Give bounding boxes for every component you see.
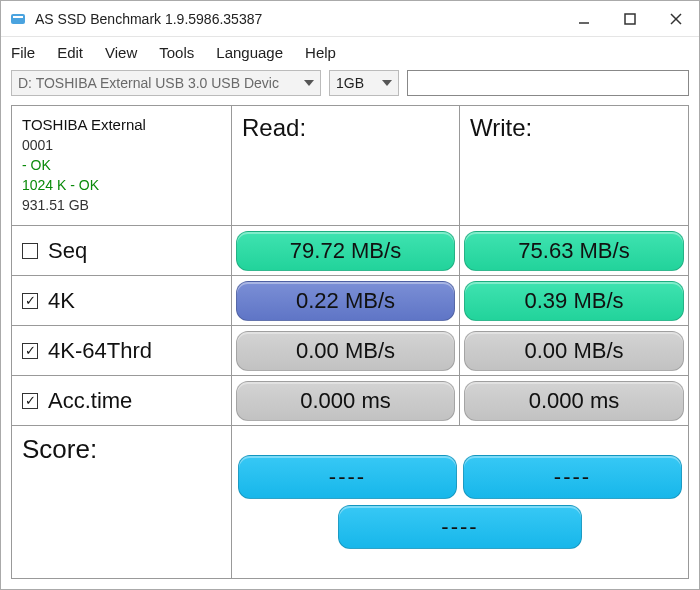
drive-select-value: D: TOSHIBA External USB 3.0 USB Devic — [18, 75, 279, 91]
titlebar: AS SSD Benchmark 1.9.5986.35387 — [1, 1, 699, 37]
device-name: TOSHIBA External — [22, 116, 146, 133]
maximize-button[interactable] — [607, 1, 653, 37]
score-label: Score: — [12, 426, 232, 578]
row-4k-label-cell: ✓ 4K — [12, 276, 232, 326]
close-button[interactable] — [653, 1, 699, 37]
toolbar: D: TOSHIBA External USB 3.0 USB Devic 1G… — [1, 67, 699, 101]
thrd-read-cell: 0.00 MB/s — [232, 326, 460, 376]
seq-label: Seq — [48, 238, 87, 264]
acc-read-value: 0.000 ms — [236, 381, 455, 421]
device-info: TOSHIBA External 0001 - OK 1024 K - OK 9… — [12, 106, 232, 226]
thrd-read-value: 0.00 MB/s — [236, 331, 455, 371]
toolbar-text-input[interactable] — [407, 70, 689, 96]
drive-select[interactable]: D: TOSHIBA External USB 3.0 USB Devic — [11, 70, 321, 96]
svg-rect-3 — [625, 14, 635, 24]
score-read: ---- — [238, 455, 457, 499]
menu-language[interactable]: Language — [216, 44, 283, 61]
menubar: File Edit View Tools Language Help — [1, 37, 699, 67]
size-select-value: 1GB — [336, 75, 364, 91]
acc-write-value: 0.000 ms — [464, 381, 684, 421]
header-write: Write: — [460, 106, 688, 226]
svg-rect-0 — [11, 14, 25, 24]
device-status: - OK — [22, 157, 51, 173]
size-select[interactable]: 1GB — [329, 70, 399, 96]
acc-write-cell: 0.000 ms — [460, 376, 688, 426]
fourk-write-cell: 0.39 MB/s — [460, 276, 688, 326]
device-capacity: 931.51 GB — [22, 197, 89, 213]
fourk-checkbox[interactable]: ✓ — [22, 293, 38, 309]
thrd-write-cell: 0.00 MB/s — [460, 326, 688, 376]
window-title: AS SSD Benchmark 1.9.5986.35387 — [35, 11, 262, 27]
seq-write-cell: 75.63 MB/s — [460, 226, 688, 276]
device-firmware: 0001 — [22, 137, 53, 153]
score-total: ---- — [338, 505, 582, 549]
menu-file[interactable]: File — [11, 44, 35, 61]
seq-read-cell: 79.72 MB/s — [232, 226, 460, 276]
menu-edit[interactable]: Edit — [57, 44, 83, 61]
row-acc-label-cell: ✓ Acc.time — [12, 376, 232, 426]
thrd-checkbox[interactable]: ✓ — [22, 343, 38, 359]
results-grid: TOSHIBA External 0001 - OK 1024 K - OK 9… — [11, 105, 689, 579]
fourk-write-value: 0.39 MB/s — [464, 281, 684, 321]
device-alignment: 1024 K - OK — [22, 177, 99, 193]
seq-checkbox[interactable] — [22, 243, 38, 259]
score-area: ---- ---- ---- — [232, 426, 688, 578]
app-icon — [9, 10, 27, 28]
menu-view[interactable]: View — [105, 44, 137, 61]
seq-write-value: 75.63 MB/s — [464, 231, 684, 271]
row-seq-label-cell: Seq — [12, 226, 232, 276]
header-read: Read: — [232, 106, 460, 226]
app-window: AS SSD Benchmark 1.9.5986.35387 File Edi… — [0, 0, 700, 590]
acc-read-cell: 0.000 ms — [232, 376, 460, 426]
menu-tools[interactable]: Tools — [159, 44, 194, 61]
menu-help[interactable]: Help — [305, 44, 336, 61]
minimize-button[interactable] — [561, 1, 607, 37]
seq-read-value: 79.72 MB/s — [236, 231, 455, 271]
fourk-label: 4K — [48, 288, 75, 314]
acc-checkbox[interactable]: ✓ — [22, 393, 38, 409]
thrd-write-value: 0.00 MB/s — [464, 331, 684, 371]
acc-label: Acc.time — [48, 388, 132, 414]
row-4k64-label-cell: ✓ 4K-64Thrd — [12, 326, 232, 376]
fourk-read-value: 0.22 MB/s — [236, 281, 455, 321]
fourk-read-cell: 0.22 MB/s — [232, 276, 460, 326]
thrd-label: 4K-64Thrd — [48, 338, 152, 364]
svg-rect-1 — [13, 16, 23, 18]
score-write: ---- — [463, 455, 682, 499]
